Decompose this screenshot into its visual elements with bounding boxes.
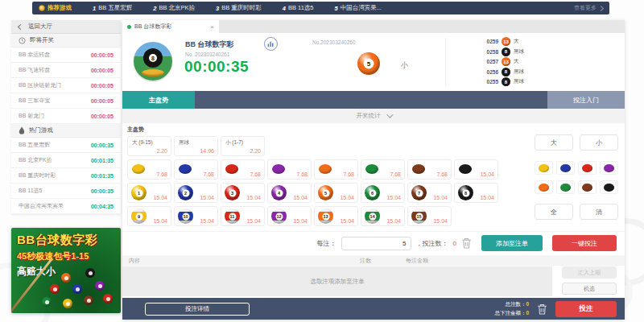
quick-clear-button[interactable]: 清 <box>580 204 618 220</box>
per-bet-amount-input[interactable] <box>341 237 411 250</box>
sidebar-game-row[interactable]: BB 重庆时时彩 00:01:35 <box>11 168 121 184</box>
bet-cell-color[interactable]: 7.68 <box>174 159 218 180</box>
sidebar-game-row[interactable]: BB 11选5 00:00:35 <box>11 184 121 199</box>
close-icon[interactable]: × <box>210 23 214 31</box>
bet-odds: 15.04 <box>293 218 308 224</box>
quick-select-big-button[interactable]: 大 <box>535 134 573 151</box>
sidebar-game-row[interactable]: BB 飞速转盘 00:00:05 <box>11 63 121 78</box>
bet-cell-color[interactable]: 7.68 <box>267 159 312 180</box>
tab-billiards-lottery[interactable]: BB 台球数字彩 × <box>122 20 219 33</box>
history-result-label: 大 <box>514 38 531 45</box>
bet-cell-size[interactable]: 黑球 14.96 <box>174 136 218 156</box>
bet-cell-ball[interactable]: 7 15.04 <box>407 183 452 203</box>
game-header: 8 BB 台球数字彩 No. 202303240261 00:00:35 No.… <box>122 33 625 92</box>
bet-cell-ball[interactable]: 13 15.04 <box>314 206 358 226</box>
bet-cell-ball[interactable]: 2 15.04 <box>174 183 218 203</box>
tab-betting-guide[interactable]: 投注入门 <box>547 91 625 109</box>
sidebar-game-row[interactable]: 中国台湾宾果宾果 00:04:35 <box>11 199 121 214</box>
column-content: 内容 <box>129 257 140 265</box>
quick-color-button[interactable] <box>600 180 618 194</box>
bet-cell-ball[interactable]: 1 15.04 <box>127 183 171 203</box>
upcoming-list: BB 幸运转盘 00:00:05 BB 飞速转盘 00:00:05 BB 区块链… <box>11 47 121 124</box>
bet-cell-ball[interactable]: 3 15.04 <box>221 183 265 203</box>
quick-color-button[interactable] <box>600 161 618 175</box>
quick-color-button[interactable] <box>578 161 597 175</box>
bet-cell-size[interactable]: 小 (1-7) 2.20 <box>221 136 265 156</box>
chart-icon[interactable] <box>264 37 278 51</box>
bet-cell-color[interactable]: 7.68 <box>221 159 265 180</box>
bet-label: 黑球 <box>179 139 189 147</box>
bet-cell-size[interactable]: 大 (9-15) 2.20 <box>127 136 171 156</box>
bet-cell-ball[interactable]: 15 15.04 <box>407 206 452 226</box>
bet-cell-ball[interactable]: 5 15.04 <box>314 183 358 203</box>
quick-color-button[interactable] <box>556 161 575 175</box>
back-to-lobby-button[interactable]: 返回大厅 <box>11 20 121 34</box>
pool-ball-icon: 8 <box>458 185 473 200</box>
ball-graphic <box>50 284 60 294</box>
section-upcoming-draws: 即将开奖 <box>11 34 121 47</box>
sidebar-game-row[interactable]: BB 三军夺宝 00:00:05 <box>11 93 121 109</box>
top-nav-game-link[interactable]: 5 中国台湾宾果... <box>335 4 382 12</box>
top-nav-game-link[interactable]: 4 BB 11选5 <box>283 4 314 12</box>
sidebar-game-row[interactable]: BB 射龙门 00:00:05 <box>11 109 121 124</box>
draw-statistics-toggle[interactable]: 开奖统计 <box>122 109 625 123</box>
bet-details-button[interactable]: 投注详情 <box>145 303 250 316</box>
see-more-link[interactable]: 查看更多 <box>574 4 603 12</box>
add-to-betslip-button[interactable]: 添加至注单 <box>481 235 543 251</box>
submit-bet-button[interactable]: 投注 <box>555 301 617 317</box>
bet-cell-color[interactable]: 7.68 <box>127 159 171 180</box>
color-dot <box>582 164 592 172</box>
sidebar-game-row[interactable]: BB 五星宏辉 00:00:35 <box>11 138 121 153</box>
bet-cell-ball[interactable]: 14 15.04 <box>361 206 405 226</box>
bet-cell-ball[interactable]: 4 15.04 <box>267 183 312 203</box>
sidebar-game-row[interactable]: BB 区块链射龙门 00:00:05 <box>11 78 121 93</box>
quick-color-button[interactable] <box>535 161 553 175</box>
quick-color-button[interactable] <box>578 180 597 194</box>
board-section-label: 主盘势 <box>127 126 625 134</box>
sidebar-game-row[interactable]: BB 北京PK拾 00:01:35 <box>11 153 121 168</box>
pool-ball-icon: 6 <box>365 185 380 200</box>
quick-color-row <box>535 180 620 194</box>
tab-main-board[interactable]: 主盘势 <box>122 91 195 109</box>
top-nav-game-link[interactable]: 2 BB 北京PK拾 <box>153 4 195 12</box>
bet-cell-ball[interactable]: 9 15.04 <box>127 206 171 226</box>
medal-icon <box>39 5 45 11</box>
one-click-bet-button[interactable]: 一键投注 <box>552 235 617 251</box>
quick-select-small-button[interactable]: 小 <box>580 134 618 151</box>
pool-ball-icon: 9 <box>131 208 147 224</box>
top-nav-game-link[interactable]: 3 BB 重庆时时彩 <box>216 4 262 12</box>
quick-color-button[interactable] <box>535 180 553 194</box>
promo-banner[interactable]: BB台球数字彩 45秒极速包号1-15 高赔大小 <box>11 228 121 313</box>
history-ball: 13 <box>502 37 510 46</box>
bet-cell-ball[interactable]: 8 15.04 <box>454 183 498 203</box>
betslip-table-body: 选取注项添加至注单 汇入上期 机选 <box>122 266 625 296</box>
pool-ball-icon: 13 <box>318 208 333 224</box>
bet-label: 大 (9-15) <box>132 139 153 147</box>
ball-number: 14 <box>369 213 376 220</box>
sidebar-game-row[interactable]: BB 幸运转盘 00:00:05 <box>11 47 121 63</box>
import-last-round-button[interactable]: 汇入上期 <box>562 266 617 279</box>
quick-select-all-button[interactable]: 全 <box>535 204 573 220</box>
bet-cell-ball[interactable]: 10 15.04 <box>174 206 218 226</box>
top-nav-game-link[interactable]: 1 BB 五星宏辉 <box>93 4 132 12</box>
random-pick-button[interactable]: 机选 <box>562 283 617 295</box>
pool-ball-icon: 15 <box>411 208 427 224</box>
recommended-games-label[interactable]: 推荐游戏 <box>39 4 72 12</box>
bet-odds: 15.04 <box>246 218 261 224</box>
bet-cell-color[interactable]: 7.68 <box>314 159 358 180</box>
quick-color-button[interactable] <box>556 180 575 194</box>
bet-cell-color[interactable]: 15.04 <box>454 159 498 180</box>
clear-selection-trash-icon[interactable] <box>461 237 472 249</box>
bet-odds: 15.04 <box>293 195 308 200</box>
bet-cell-ball[interactable]: 12 15.04 <box>267 206 312 226</box>
bet-cell-ball[interactable]: 6 15.04 <box>361 183 405 203</box>
bet-cell-ball[interactable]: 11 15.04 <box>221 206 265 226</box>
banner-subtitle: 45秒极速包号1-15 <box>17 250 115 262</box>
chevron-right-icon <box>598 5 604 10</box>
clear-betslip-trash-icon[interactable] <box>537 303 547 315</box>
bet-label: 小 (1-7) <box>225 139 243 147</box>
color-dot <box>560 184 571 192</box>
bet-cell-color[interactable]: 7.68 <box>407 159 452 180</box>
game-countdown: 00:00:05 <box>91 114 114 119</box>
bet-cell-color[interactable]: 7.68 <box>361 159 405 180</box>
